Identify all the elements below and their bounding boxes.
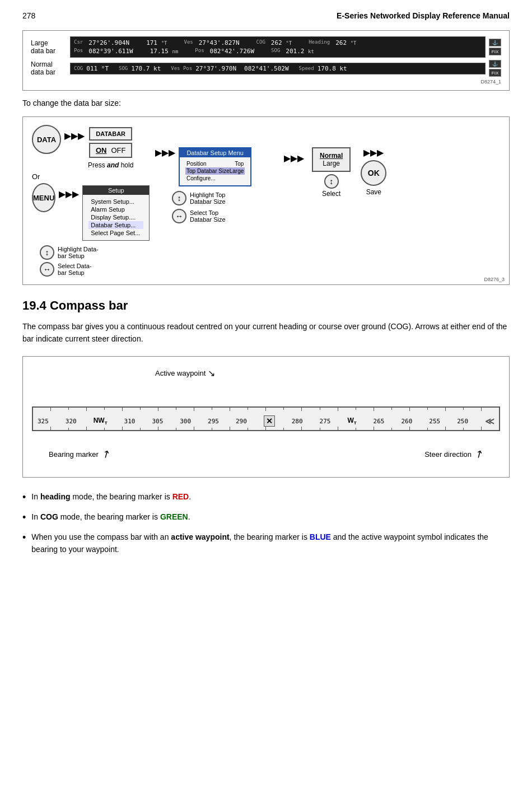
large-databar-row: Largedata bar Csr 27°26'.904N 171 °T Ves… bbox=[31, 36, 501, 58]
fix-icon-2: FIX bbox=[489, 48, 501, 55]
compass-section-title: 19.4 Compass bar bbox=[22, 298, 510, 313]
setup-item-3: Display Setup.... bbox=[88, 213, 143, 221]
databar-figure: Largedata bar Csr 27°26'.904N 171 °T Ves… bbox=[22, 30, 510, 91]
select-top-circle: ↔ bbox=[172, 209, 186, 223]
arrow-to-dbsetup: ▶▶▶ bbox=[155, 147, 175, 158]
or-label: Or bbox=[32, 172, 150, 181]
compass-numbers-row: 325 320 NWT 310 305 300 295 290 ✕ 280 27… bbox=[35, 416, 497, 427]
compass-bar-wrapper: 325 320 NWT 310 305 300 295 290 ✕ 280 27… bbox=[32, 406, 500, 431]
setup-item-5: Select Page Set... bbox=[88, 229, 143, 237]
arrow-to-normallarge: ▶▶▶ bbox=[284, 153, 304, 163]
bullet-waypoint-mode: When you use the compass bar with an act… bbox=[22, 531, 510, 555]
setup-item-1: System Setup... bbox=[88, 198, 143, 205]
page-number: 278 bbox=[22, 11, 35, 20]
large-databar-content: Csr 27°26'.904N 171 °T Ves 27°43'.827N C… bbox=[70, 36, 486, 58]
steer-direction-annotation: Steer direction ↗ bbox=[424, 448, 483, 460]
intro-text: To change the data bar size: bbox=[22, 99, 510, 107]
left-column: DATA ▶▶▶ DATABAR ON OFF Press and hold O… bbox=[32, 125, 150, 277]
middle-column: ▶▶▶ Databar Setup Menu PositionTop Top D… bbox=[155, 125, 278, 223]
bearing-marker-annotation: Bearing marker ↗ bbox=[49, 448, 110, 460]
menu-diagram: DATA ▶▶▶ DATABAR ON OFF Press and hold O… bbox=[22, 116, 510, 285]
normal-databar-content: COG 011 °T SOG 170.7 kt Ves Pos 27°37'.9… bbox=[70, 63, 486, 74]
page-title: E-Series Networked Display Reference Man… bbox=[337, 11, 510, 20]
select-hint-text: Select Data-bar Setup bbox=[58, 263, 92, 276]
ok-group: ▶▶▶ OK Save bbox=[361, 147, 386, 196]
compass-bar: 325 320 NWT 310 305 300 295 290 ✕ 280 27… bbox=[32, 406, 500, 431]
databar-onoff-box: DATABAR bbox=[89, 127, 132, 141]
large-databar-label: Largedata bar bbox=[31, 39, 70, 55]
normal-large-group: Normal Large ↕ Select bbox=[312, 147, 351, 198]
select-top-text: Select TopDatabar Size bbox=[190, 209, 226, 223]
dbsetup-nav-hints: ↕ Highlight TopDatabar Size ↔ Select Top… bbox=[172, 191, 278, 223]
red-label: RED bbox=[172, 492, 189, 501]
normal-databar-label: Normaldata bar bbox=[31, 60, 70, 76]
ok-button[interactable]: OK bbox=[361, 160, 386, 186]
select-label-text: Select bbox=[322, 190, 340, 198]
page-header: 278 E-Series Networked Display Reference… bbox=[22, 11, 510, 20]
active-waypoint-annotation: Active waypoint ↘ bbox=[32, 368, 500, 378]
blue-label: BLUE bbox=[310, 532, 331, 541]
highlight-top-circle: ↕ bbox=[172, 191, 186, 205]
green-label: GREEN bbox=[160, 512, 188, 521]
compass-bottom-annotations: Bearing marker ↗ Steer direction ↗ bbox=[32, 448, 500, 460]
bullet-heading-mode: In heading mode, the bearing marker is R… bbox=[22, 491, 510, 506]
normal-option[interactable]: Normal bbox=[320, 152, 343, 160]
compass-figure: Active waypoint ↘ bbox=[22, 356, 510, 478]
ds-row-3: Configure... bbox=[185, 175, 245, 182]
on-label: ON bbox=[96, 146, 107, 155]
steer-arrow-right: ≪ bbox=[485, 416, 494, 427]
select-hint: ↔ Select Data-bar Setup bbox=[40, 262, 150, 277]
off-label: OFF bbox=[111, 146, 125, 155]
bearing-marker-arrow: ↗ bbox=[99, 447, 113, 462]
compass-section-body: The compass bar gives you a continuous r… bbox=[22, 321, 510, 345]
highlight-hint: ↕ Highlight Data-bar Setup bbox=[40, 245, 150, 260]
databar-setup-title: Databar Setup Menu bbox=[180, 148, 250, 157]
setup-panel-title: Setup bbox=[83, 186, 149, 195]
fig-ref-diagram: D8276_3 bbox=[484, 277, 505, 282]
large-option[interactable]: Large bbox=[320, 160, 343, 167]
select-controls: ↕ Select bbox=[322, 174, 340, 198]
ds-row-1: PositionTop bbox=[185, 160, 245, 167]
setup-item-databar: Databar Setup... bbox=[88, 221, 143, 229]
bearing-marker-text: Bearing marker bbox=[49, 450, 99, 459]
normal-large-box[interactable]: Normal Large bbox=[312, 147, 351, 172]
cog-bold: COG bbox=[40, 512, 58, 521]
data-button[interactable]: DATA bbox=[32, 125, 61, 154]
fig-ref-databar: D8274_1 bbox=[31, 79, 501, 85]
fix-icon-1: ⚓ bbox=[489, 39, 501, 46]
highlight-top-text: Highlight TopDatabar Size bbox=[190, 191, 226, 205]
active-waypoint-arrow: ↘ bbox=[208, 368, 215, 378]
select-updown-circle: ↕ bbox=[324, 174, 339, 189]
select-nav-circle: ↔ bbox=[40, 262, 54, 277]
fix-icon-4: FIX bbox=[489, 69, 501, 77]
heading-bold: heading bbox=[40, 492, 71, 501]
press-hold-text: Press and hold bbox=[88, 161, 133, 169]
fix-icon-3: ⚓ bbox=[489, 60, 501, 68]
bearing-marker-symbol: ✕ bbox=[264, 417, 275, 426]
setup-item-2: Alarm Setup bbox=[88, 205, 143, 213]
active-waypoint-bold: active waypoint bbox=[171, 532, 229, 541]
active-waypoint-text: Active waypoint bbox=[155, 369, 206, 377]
databar-setup-panel: Databar Setup Menu PositionTop Top Datab… bbox=[179, 147, 251, 186]
select-top-hint: ↔ Select TopDatabar Size bbox=[172, 209, 278, 223]
normal-databar-icons: ⚓ FIX bbox=[489, 60, 501, 77]
highlight-hint-text: Highlight Data-bar Setup bbox=[58, 246, 99, 259]
bullet-cog-mode: In COG mode, the bearing marker is GREEN… bbox=[22, 511, 510, 526]
ds-row-2: Top Databar SizeLarge bbox=[185, 167, 245, 175]
normal-databar-row: Normaldata bar COG 011 °T SOG 170.7 kt V… bbox=[31, 60, 501, 77]
full-diagram-layout: DATA ▶▶▶ DATABAR ON OFF Press and hold O… bbox=[32, 125, 500, 277]
arrow-to-ok: ▶▶▶ bbox=[363, 147, 384, 158]
save-label: Save bbox=[366, 188, 381, 196]
arrow-to-databar: ▶▶▶ bbox=[64, 130, 85, 141]
highlight-top-hint: ↕ Highlight TopDatabar Size bbox=[172, 191, 278, 205]
right-column: ▶▶▶ Normal Large ↕ Select ▶▶▶ bbox=[284, 147, 386, 198]
steer-direction-arrow: ↗ bbox=[473, 447, 486, 462]
arrow-to-setup: ▶▶▶ bbox=[59, 189, 79, 199]
large-databar-icons: ⚓ FIX bbox=[489, 39, 501, 55]
databar-label: DATABAR bbox=[96, 130, 125, 137]
menu-button[interactable]: MENU bbox=[32, 183, 55, 212]
steer-direction-text: Steer direction bbox=[424, 450, 472, 459]
compass-bottom-ticks bbox=[33, 426, 499, 430]
highlight-nav-circle: ↕ bbox=[40, 245, 54, 260]
setup-panel: Setup System Setup... Alarm Setup Displa… bbox=[82, 185, 150, 241]
